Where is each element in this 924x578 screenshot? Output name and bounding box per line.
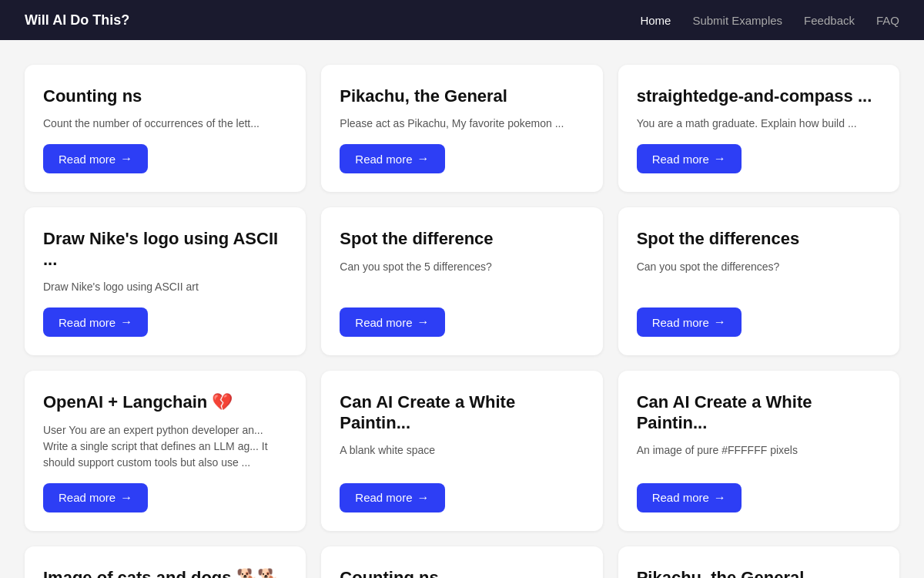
nav-brand: Will AI Do This? <box>25 12 129 29</box>
card-title: Pikachu, the General <box>637 568 881 578</box>
card-item: Draw Nike's logo using ASCII ...Draw Nik… <box>25 207 306 355</box>
arrow-icon: → <box>120 152 132 166</box>
card-title: straightedge-and-compass ... <box>637 86 881 106</box>
card-title: OpenAI + Langchain 💔 <box>43 392 287 412</box>
arrow-icon: → <box>714 491 726 505</box>
card-title: Can AI Create a White Paintin... <box>637 392 881 433</box>
arrow-icon: → <box>714 315 726 329</box>
card-item: Can AI Create a White Paintin...A blank … <box>321 371 602 530</box>
card-item: Counting nsCount the number of occurrenc… <box>321 546 602 578</box>
card-desc: User You are an expert python developer … <box>43 422 287 471</box>
card-desc: Can you spot the differences? <box>637 259 881 295</box>
card-desc: Can you spot the 5 differences? <box>340 259 584 295</box>
nav-link-home[interactable]: Home <box>640 14 671 27</box>
read-more-button[interactable]: Read more → <box>43 307 148 337</box>
read-more-button[interactable]: Read more → <box>43 144 148 173</box>
card-item: Counting nsCount the number of occurrenc… <box>25 65 306 192</box>
card-item: Pikachu, the GeneralPlease act as Pikach… <box>618 546 899 578</box>
card-desc: An image of pure #FFFFFF pixels <box>637 442 881 471</box>
read-more-button[interactable]: Read more → <box>637 483 742 512</box>
main-content: Counting nsCount the number of occurrenc… <box>0 40 924 578</box>
card-item: Spot the differencesCan you spot the dif… <box>618 207 899 355</box>
read-more-button[interactable]: Read more → <box>43 483 148 512</box>
card-item: Image of cats and dogs 🐕🐕a red dog and a… <box>25 546 306 578</box>
read-more-button[interactable]: Read more → <box>340 483 444 512</box>
card-title: Pikachu, the General <box>340 86 584 106</box>
nav-link-submit[interactable]: Submit Examples <box>692 14 782 27</box>
card-desc: You are a math graduate. Explain how bui… <box>637 116 881 132</box>
card-desc: A blank white space <box>340 442 584 471</box>
card-item: Can AI Create a White Paintin...An image… <box>618 371 899 530</box>
arrow-icon: → <box>714 152 726 166</box>
read-more-button[interactable]: Read more → <box>340 144 444 173</box>
card-title: Image of cats and dogs 🐕🐕 <box>43 568 287 578</box>
arrow-icon: → <box>417 315 430 329</box>
card-desc: Count the number of occurrences of the l… <box>43 116 287 132</box>
card-title: Can AI Create a White Paintin... <box>340 392 584 433</box>
card-title: Counting ns <box>43 86 287 106</box>
arrow-icon: → <box>417 152 430 166</box>
card-desc: Draw Nike's logo using ASCII art <box>43 279 287 295</box>
card-item: Pikachu, the GeneralPlease act as Pikach… <box>321 65 602 192</box>
read-more-button[interactable]: Read more → <box>637 307 742 337</box>
nav-links: Home Submit Examples Feedback FAQ <box>640 14 899 27</box>
read-more-button[interactable]: Read more → <box>637 144 742 173</box>
card-desc: Please act as Pikachu, My favorite pokem… <box>340 116 584 132</box>
card-title: Spot the differences <box>637 229 881 249</box>
card-item: OpenAI + Langchain 💔User You are an expe… <box>25 371 306 530</box>
navbar: Will AI Do This? Home Submit Examples Fe… <box>0 0 924 40</box>
arrow-icon: → <box>120 315 132 329</box>
card-item: straightedge-and-compass ...You are a ma… <box>618 65 899 192</box>
read-more-button[interactable]: Read more → <box>340 307 444 337</box>
arrow-icon: → <box>120 491 132 505</box>
card-title: Draw Nike's logo using ASCII ... <box>43 229 287 270</box>
nav-link-feedback[interactable]: Feedback <box>804 14 855 27</box>
card-item: Spot the differenceCan you spot the 5 di… <box>321 207 602 355</box>
card-title: Counting ns <box>340 568 584 578</box>
arrow-icon: → <box>417 491 430 505</box>
cards-grid: Counting nsCount the number of occurrenc… <box>25 65 899 578</box>
card-title: Spot the difference <box>340 229 584 249</box>
nav-link-faq[interactable]: FAQ <box>876 14 899 27</box>
